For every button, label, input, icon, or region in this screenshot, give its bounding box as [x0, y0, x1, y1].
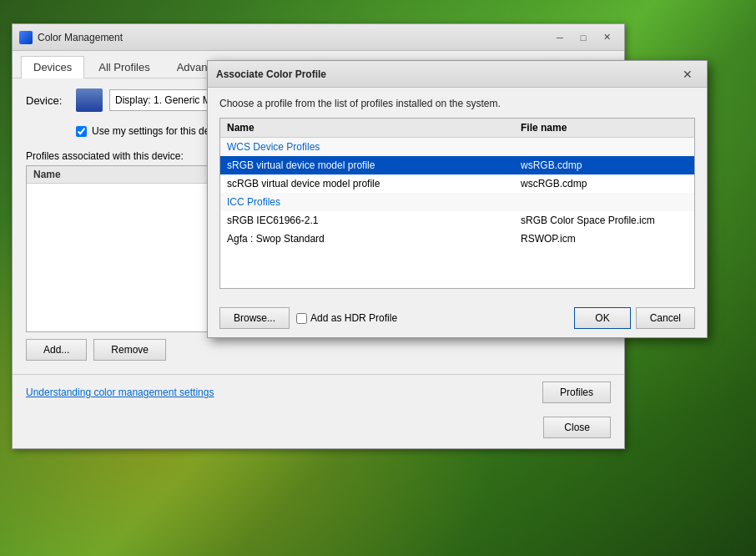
remove-button[interactable]: Remove	[93, 339, 166, 361]
dialog-titlebar: Associate Color Profile ✕	[208, 61, 707, 88]
dialog-footer: Browse... Add as HDR Profile OK Cancel	[208, 299, 707, 337]
close-main-button[interactable]: Close	[543, 417, 611, 438]
profiles-button[interactable]: Profiles	[542, 382, 611, 403]
window-icon	[19, 31, 33, 44]
device-label: Device:	[26, 94, 68, 107]
tab-all-profiles[interactable]: All Profiles	[86, 56, 162, 78]
tab-devices[interactable]: Devices	[21, 56, 84, 78]
close-btn-area: Close	[13, 410, 624, 448]
profile-row-srgb-virtual[interactable]: sRGB virtual device model profile wsRGB.…	[220, 156, 694, 174]
ok-button[interactable]: OK	[574, 307, 630, 329]
dialog-description: Choose a profile from the list of profil…	[219, 98, 695, 109]
dialog-content: Choose a profile from the list of profil…	[208, 88, 707, 299]
monitor-icon	[76, 88, 103, 112]
profile-row-scrgb-virtual[interactable]: scRGB virtual device model profile wscRG…	[220, 174, 694, 193]
use-settings-label: Use my settings for this device	[76, 125, 228, 137]
add-hdr-label: Add as HDR Profile	[296, 312, 397, 324]
add-hdr-checkbox[interactable]	[296, 313, 307, 324]
understanding-link[interactable]: Understanding color management settings	[26, 387, 214, 398]
profile-table: Name File name WCS Device Profiles sRGB …	[219, 118, 695, 289]
associate-color-profile-dialog: Associate Color Profile ✕ Choose a profi…	[207, 60, 708, 338]
close-window-button[interactable]: ✕	[596, 29, 617, 46]
dialog-ok-cancel: OK Cancel	[574, 307, 695, 329]
footer-area: Understanding color management settings …	[13, 374, 624, 410]
dialog-title: Associate Color Profile	[216, 68, 677, 80]
minimize-button[interactable]: ─	[549, 29, 571, 46]
file-column-header: File name	[521, 122, 688, 134]
cancel-button[interactable]: Cancel	[636, 307, 695, 329]
browse-button[interactable]: Browse...	[219, 307, 290, 329]
add-button[interactable]: Add...	[26, 339, 87, 361]
main-window-titlebar: Color Management ─ □ ✕	[13, 24, 624, 51]
bottom-buttons: Add... Remove	[26, 339, 611, 361]
dialog-close-button[interactable]: ✕	[677, 66, 698, 83]
name-column-header: Name	[227, 122, 521, 134]
profile-row-srgb-iec[interactable]: sRGB IEC61966-2.1 sRGB Color Space Profi…	[220, 211, 694, 230]
icc-group-header: ICC Profiles	[220, 193, 694, 211]
maximize-button[interactable]: □	[572, 29, 594, 46]
main-window-title: Color Management	[38, 32, 549, 43]
profile-table-header: Name File name	[220, 119, 694, 138]
wcs-group-header: WCS Device Profiles	[220, 138, 694, 156]
window-controls: ─ □ ✕	[549, 29, 617, 46]
use-settings-checkbox[interactable]	[76, 126, 87, 137]
profile-list-area: WCS Device Profiles sRGB virtual device …	[220, 138, 694, 288]
profile-row-agfa-swop[interactable]: Agfa : Swop Standard RSWOP.icm	[220, 230, 694, 248]
